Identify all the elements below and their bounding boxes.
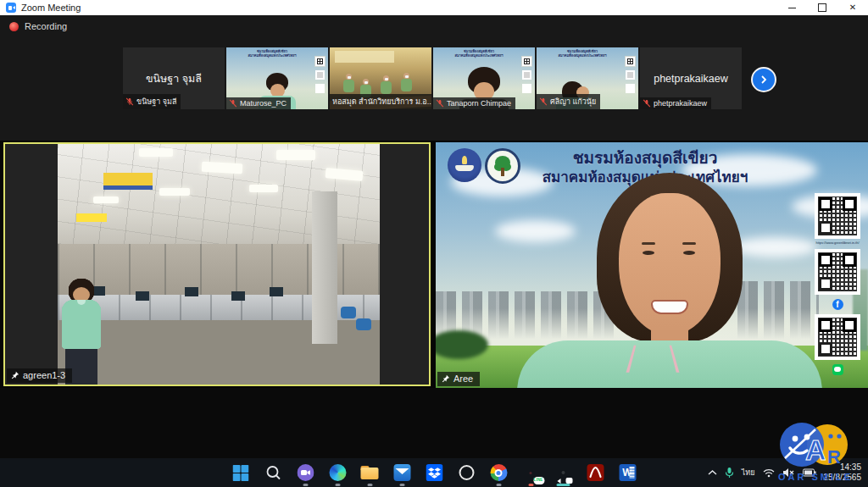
taskbar-dropbox-app[interactable] [424, 462, 445, 484]
qr-code-line [815, 314, 860, 360]
participant-name-label: phetprakaikaew [640, 97, 711, 109]
clock-time: 14:35 [840, 462, 861, 473]
taskbar-mail-app[interactable] [392, 462, 413, 484]
hanging-sign [76, 213, 107, 222]
window-controls: ✕ [776, 0, 868, 15]
thumbnail-participant-4[interactable]: ชมรมห้องสมุดสีเขียวสมาคมห้องสมุดแห่งประเ… [433, 47, 535, 109]
line-app-icon [832, 364, 843, 375]
taskbar-chrome-app[interactable] [488, 462, 509, 484]
mail-icon [393, 464, 410, 481]
pin-icon [10, 371, 19, 380]
facebook-icon: f [832, 299, 843, 310]
qr-code-mini [315, 57, 325, 66]
wifi-icon[interactable] [763, 468, 775, 478]
participant-name-label: Maturose_PC [226, 97, 291, 109]
taskbar-acrobat-app[interactable] [585, 462, 606, 484]
mic-muted-icon [436, 99, 444, 108]
taskbar-file-explorer[interactable] [359, 462, 381, 484]
taskbar-zoom-app[interactable] [553, 462, 574, 484]
qr-code-mini [522, 57, 531, 66]
speaker-video-figure [436, 142, 868, 388]
letterbox-band [0, 388, 868, 458]
qr-code-column: https://www.greenlibnet.in.th/ f [812, 193, 863, 375]
participant-name-label: Tanaporn Chimpae [433, 97, 515, 109]
participant-name-label: ขนิษฐา จุมลี [123, 94, 181, 109]
zoom-app-icon [6, 3, 16, 13]
stage-tile-agreen[interactable]: agreen1-3 [3, 142, 431, 386]
mic-muted-icon [125, 97, 134, 106]
qr-code-website [815, 193, 860, 239]
search-button[interactable] [263, 462, 284, 484]
ring-app-icon [459, 465, 474, 480]
windows-taskbar: W ไทย 14:35 25/8/2565 [0, 458, 868, 487]
mic-in-use-icon[interactable] [725, 467, 734, 479]
thumbnail-participant-6[interactable]: phetprakaikaew phetprakaikaew [640, 47, 742, 109]
qr-code-facebook [815, 249, 860, 295]
taskbar-chat-app[interactable] [295, 462, 316, 484]
language-indicator[interactable]: ไทย [742, 467, 755, 479]
mic-muted-icon [539, 97, 548, 106]
tray-overflow-chevron-icon[interactable] [708, 469, 717, 476]
participant-filmstrip: ขนิษฐา จุมลี ขนิษฐา จุมลี ชมรมห้องสมุดสี… [123, 47, 742, 109]
search-icon [265, 465, 281, 480]
thumbnail-participant-5[interactable]: ชมรมห้องสมุดสีเขียวสมาคมห้องสมุดแห่งประเ… [537, 47, 638, 109]
office-pillar [312, 191, 337, 344]
participant-name-label: ศลิญา แก้วนุ้ย [537, 94, 600, 109]
taskbar-edge-app[interactable] [327, 462, 348, 484]
mic-muted-icon [643, 99, 651, 108]
chevron-right-icon [760, 75, 768, 84]
taskbar-word-app[interactable]: W [617, 462, 638, 484]
system-tray: ไทย 14:35 25/8/2565 [708, 458, 861, 487]
title-bar: Zoom Meeting ✕ [0, 0, 868, 15]
thumbnail-participant-1[interactable]: ขนิษฐา จุมลี ขนิษฐา จุมลี [123, 47, 225, 109]
battery-icon[interactable] [803, 468, 816, 477]
window-title: Zoom Meeting [21, 3, 81, 13]
chrome-icon [490, 464, 507, 481]
zoom-meeting-window: Zoom Meeting ✕ Recording ขนิษฐา จุมลี ขน… [0, 0, 868, 487]
folder-icon [361, 466, 379, 480]
recording-label: Recording [25, 21, 67, 31]
taskbar-line-app[interactable] [520, 462, 542, 484]
word-icon: W [619, 464, 636, 481]
close-icon: ✕ [849, 3, 856, 12]
recording-dot-icon [9, 22, 19, 31]
taskbar-ring-app[interactable] [456, 462, 477, 484]
start-button[interactable] [231, 462, 252, 484]
filmstrip-next-page-button[interactable] [751, 67, 776, 92]
tile-name-tag: Aree [437, 372, 480, 386]
thumbnail-participant-3[interactable]: หอสมุด สำนักวิทยบริการ ม.อ... [330, 47, 431, 109]
close-button[interactable]: ✕ [837, 0, 868, 15]
office-video-feed [58, 144, 380, 385]
clock-date: 25/8/2565 [824, 473, 862, 484]
pin-icon [441, 374, 450, 384]
minimize-icon [788, 8, 796, 8]
hanging-sign [103, 173, 153, 190]
recording-indicator: Recording [9, 21, 67, 31]
acrobat-icon [587, 464, 604, 481]
volume-muted-icon[interactable] [782, 468, 795, 478]
minimize-button[interactable] [776, 0, 807, 15]
windows-logo-icon [233, 465, 249, 481]
dropbox-icon [426, 464, 442, 481]
video-chat-icon [297, 464, 314, 481]
qr-caption: https://www.greenlibnet.in.th/ [815, 241, 859, 245]
edge-icon [329, 464, 346, 481]
participant-name-label: หอสมุด สำนักวิทยบริการ ม.อ... [330, 94, 431, 109]
tile-name-tag: agreen1-3 [7, 368, 72, 383]
thumbnail-participant-2[interactable]: ชมรมห้องสมุดสีเขียวสมาคมห้องสมุดแห่งประเ… [226, 47, 328, 109]
qr-code-mini [626, 57, 635, 66]
maximize-icon [818, 3, 826, 12]
maximize-button[interactable] [807, 0, 837, 15]
stage-tile-aree[interactable]: ชมรมห้องสมุดสีเขียว สมาคมห้องสมุดแห่งประ… [436, 142, 868, 388]
taskbar-clock[interactable]: 14:35 25/8/2565 [824, 462, 862, 484]
mic-muted-icon [229, 99, 237, 108]
